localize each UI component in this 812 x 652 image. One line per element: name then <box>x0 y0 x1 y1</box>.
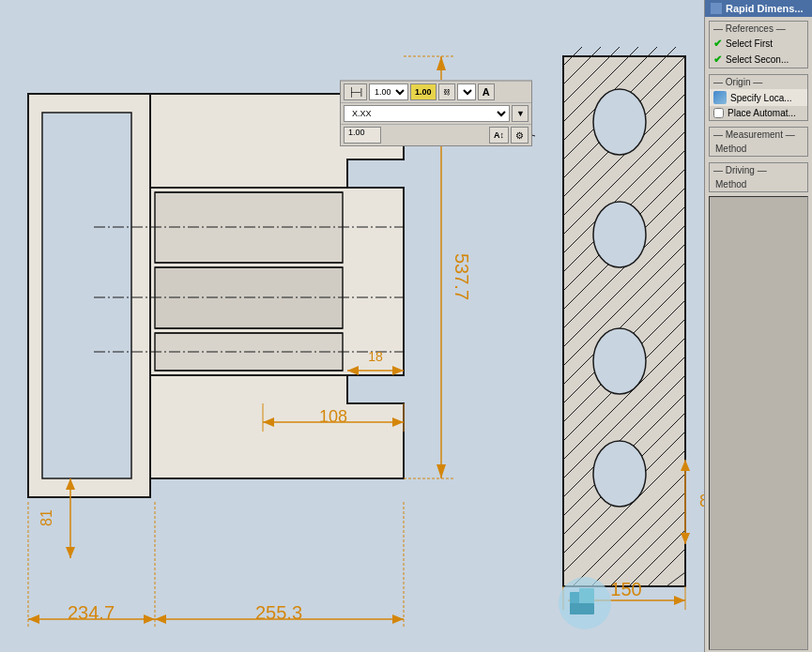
driving-title: — Driving — <box>710 163 807 177</box>
specify-icon <box>713 91 727 104</box>
dim-value1-select[interactable]: 1.00 <box>369 83 408 100</box>
origin-title: — Origin — <box>710 75 807 89</box>
dim-18: 18 <box>368 349 383 364</box>
driving-section: — Driving — Method <box>709 162 808 192</box>
dim-value2-button[interactable]: 1.00 <box>410 83 437 100</box>
dim-150: 150 <box>610 579 641 599</box>
sidebar-title-text: Rapid Dimens... <box>726 3 804 14</box>
measurement-section: — Measurement — Method <box>709 127 808 157</box>
svg-point-54 <box>593 202 646 267</box>
dimension-dialog: ├─| 1.00 1.00 ⛓ ▼ A X.XX ▼ 1.00 <box>340 80 532 146</box>
dim-settings-button[interactable]: ⚙ <box>511 127 529 144</box>
select-first-label: Select First <box>726 38 773 49</box>
svg-point-53 <box>593 89 646 155</box>
dim-value-display: 1.00 <box>344 127 381 144</box>
select-second-label: Select Secon... <box>726 54 789 65</box>
select-second-item[interactable]: ✔ Select Secon... <box>710 52 807 68</box>
dim-type-button[interactable]: ├─| <box>344 83 367 100</box>
sidebar-title: Rapid Dimens... <box>705 0 812 17</box>
dim-format-arrow[interactable]: ▼ <box>512 105 529 122</box>
place-auto-checkbox[interactable] <box>713 108 724 118</box>
dim-format-select[interactable]: X.XX <box>344 105 510 122</box>
sidebar-lower-panel <box>709 196 808 650</box>
references-title: — References — <box>710 22 807 36</box>
svg-rect-95 <box>570 603 594 614</box>
specify-location-item[interactable]: Specify Loca... <box>710 89 807 106</box>
dim-format-row: X.XX ▼ <box>341 103 531 125</box>
dim-toolbar: ├─| 1.00 1.00 ⛓ ▼ A <box>341 82 531 103</box>
check-icon-2: ✔ <box>713 53 722 66</box>
driving-method: Method <box>710 177 807 191</box>
dim-text-button[interactable]: A <box>478 83 495 100</box>
check-icon-1: ✔ <box>713 38 722 50</box>
place-auto-item[interactable]: Place Automat... <box>710 106 807 120</box>
main-container: origin <box>0 0 812 652</box>
dim-style-button[interactable]: A↕ <box>489 127 509 144</box>
dim-234: 234.7 <box>68 602 115 623</box>
select-first-item[interactable]: ✔ Select First <box>710 36 807 52</box>
svg-rect-2 <box>42 113 131 478</box>
measurement-title: — Measurement — <box>710 128 807 142</box>
dim-81: 81 <box>38 509 54 526</box>
dim-chain-button[interactable]: ⛓ <box>438 83 455 100</box>
svg-point-55 <box>593 328 646 394</box>
drawing-area: origin <box>0 0 704 652</box>
dim-value-row: 1.00 A↕ ⚙ <box>341 125 531 145</box>
sidebar-title-icon <box>711 3 722 14</box>
origin-section: — Origin — Specify Loca... Place Automat… <box>709 74 808 121</box>
sidebar: Rapid Dimens... — References — ✔ Select … <box>704 0 812 652</box>
specify-location-label: Specify Loca... <box>730 93 792 103</box>
svg-point-56 <box>593 441 646 507</box>
measurement-method: Method <box>710 142 807 156</box>
references-section: — References — ✔ Select First ✔ Select S… <box>709 21 808 68</box>
place-auto-label: Place Automat... <box>728 108 796 118</box>
dim-537: 537.7 <box>452 253 472 300</box>
dim-108: 108 <box>319 407 347 426</box>
dim-chain-select[interactable]: ▼ <box>457 83 476 100</box>
dim-83: 83.5 <box>699 492 704 510</box>
dim-255: 255.3 <box>255 602 302 623</box>
